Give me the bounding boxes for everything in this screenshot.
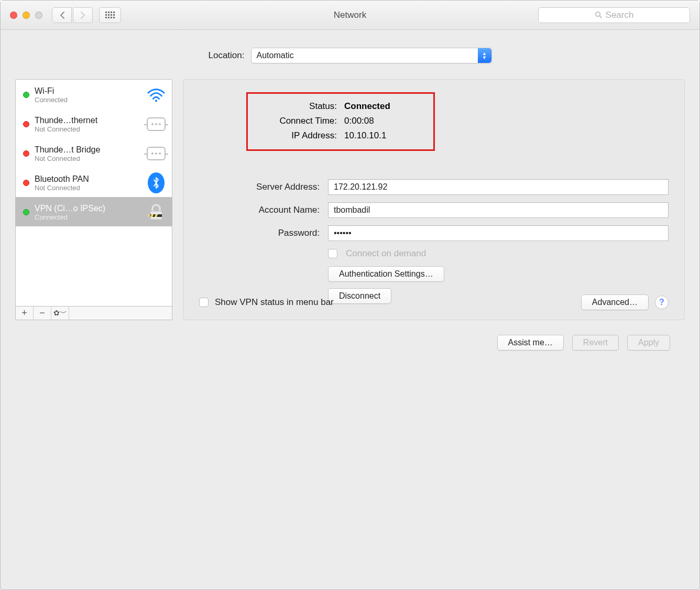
- dropdown-stepper-icon: ▲▼: [478, 48, 491, 63]
- server-address-input[interactable]: [328, 179, 669, 195]
- service-name: Thunde…t Bridge: [35, 145, 140, 155]
- assist-me-button[interactable]: Assist me…: [497, 335, 564, 351]
- location-label: Location:: [209, 50, 245, 61]
- apply-button[interactable]: Apply: [627, 335, 670, 351]
- svg-line-1: [599, 16, 601, 18]
- grid-icon: [105, 12, 115, 18]
- thunderbolt-icon: [146, 145, 167, 162]
- forward-button[interactable]: [73, 7, 93, 23]
- show-all-button[interactable]: [99, 7, 121, 23]
- zoom-window-button[interactable]: [35, 12, 42, 19]
- lock-icon: [146, 203, 167, 221]
- ip-address-label: IP Address:: [259, 128, 337, 143]
- service-sidebar: Wi-Fi Connected Thunde…thernet Not Conne…: [15, 79, 172, 320]
- ip-address-value: 10.10.10.1: [344, 128, 386, 143]
- back-button[interactable]: [52, 7, 72, 23]
- service-name: VPN (Ci…o IPSec): [35, 204, 140, 213]
- minimize-window-button[interactable]: [23, 12, 30, 19]
- status-dot: [23, 180, 29, 186]
- connect-on-demand-checkbox[interactable]: [328, 249, 337, 258]
- status-dot: [23, 92, 29, 98]
- wifi-icon: [146, 86, 167, 104]
- status-label: Status:: [259, 99, 337, 114]
- server-address-label: Server Address:: [199, 182, 320, 192]
- gear-icon: ✿﹀: [53, 309, 67, 318]
- service-list: Wi-Fi Connected Thunde…thernet Not Conne…: [16, 80, 172, 306]
- location-value: Automatic: [257, 51, 294, 60]
- status-dot: [23, 150, 29, 157]
- search-input[interactable]: Search: [538, 7, 690, 23]
- connect-time-label: Connect Time:: [259, 114, 337, 128]
- sidebar-footer: + − ✿﹀: [16, 306, 172, 320]
- service-item-vpn[interactable]: VPN (Ci…o IPSec) Connected: [16, 197, 172, 226]
- search-placeholder: Search: [606, 10, 634, 20]
- revert-button[interactable]: Revert: [572, 335, 619, 351]
- authentication-settings-button[interactable]: Authentication Settings…: [328, 266, 444, 282]
- status-dot: [23, 209, 29, 215]
- advanced-button[interactable]: Advanced…: [581, 294, 649, 310]
- service-name: Wi-Fi: [35, 86, 140, 96]
- close-window-button[interactable]: [10, 12, 17, 19]
- footer-buttons: Assist me… Revert Apply: [15, 327, 685, 351]
- connect-on-demand-label: Connect on demand: [346, 248, 426, 259]
- service-name: Bluetooth PAN: [35, 174, 140, 184]
- account-name-label: Account Name:: [199, 205, 320, 215]
- connect-time-value: 0:00:08: [344, 114, 374, 128]
- detail-panel: Status: Connected Connect Time: 0:00:08 …: [183, 79, 685, 320]
- status-dot: [23, 121, 29, 127]
- traffic-lights: [10, 12, 42, 19]
- svg-point-2: [155, 100, 157, 102]
- location-dropdown[interactable]: Automatic ▲▼: [251, 48, 492, 63]
- password-input[interactable]: [328, 225, 669, 241]
- password-label: Password:: [199, 228, 320, 238]
- bluetooth-icon: [146, 174, 167, 192]
- preferences-window: Network Search Location: Automatic ▲▼: [0, 0, 700, 590]
- add-service-button[interactable]: +: [16, 307, 34, 320]
- service-item-thunderbolt-ethernet[interactable]: Thunde…thernet Not Connected: [16, 109, 172, 138]
- service-actions-button[interactable]: ✿﹀: [51, 307, 69, 320]
- account-name-input[interactable]: [328, 202, 669, 218]
- show-vpn-menubar-label: Show VPN status in menu bar: [215, 297, 334, 308]
- svg-rect-5: [148, 214, 149, 217]
- thunderbolt-icon: [146, 115, 167, 133]
- service-status: Connected: [35, 213, 140, 221]
- show-vpn-menubar-checkbox[interactable]: [199, 298, 209, 307]
- status-highlight-box: Status: Connected Connect Time: 0:00:08 …: [246, 92, 435, 151]
- search-icon: [595, 11, 603, 19]
- service-status: Connected: [35, 96, 140, 104]
- service-status: Not Connected: [35, 155, 140, 162]
- service-item-wifi[interactable]: Wi-Fi Connected: [16, 80, 172, 109]
- help-button[interactable]: ?: [655, 296, 669, 309]
- titlebar: Network Search: [1, 1, 699, 30]
- status-value: Connected: [344, 99, 390, 114]
- remove-service-button[interactable]: −: [34, 307, 51, 320]
- service-item-bluetooth-pan[interactable]: Bluetooth PAN Not Connected: [16, 168, 172, 197]
- content-area: Location: Automatic ▲▼ Wi-Fi Connected: [1, 30, 699, 362]
- location-row: Location: Automatic ▲▼: [15, 48, 685, 63]
- service-name: Thunde…thernet: [35, 116, 140, 125]
- service-item-thunderbolt-bridge[interactable]: Thunde…t Bridge Not Connected: [16, 138, 172, 168]
- service-status: Not Connected: [35, 125, 140, 133]
- service-status: Not Connected: [35, 184, 140, 192]
